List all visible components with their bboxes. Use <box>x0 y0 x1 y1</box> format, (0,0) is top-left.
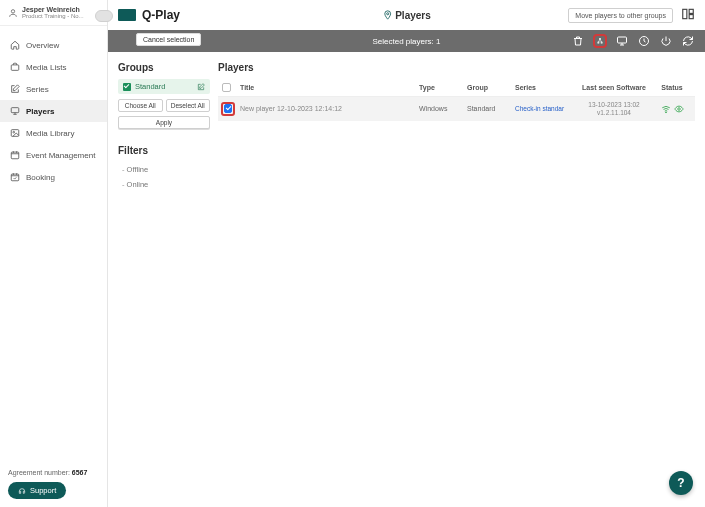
sidebar-item-label: Booking <box>26 173 55 182</box>
calendar-check-icon <box>10 172 20 182</box>
power-button[interactable] <box>659 34 673 48</box>
sidebar-item-label: Media Library <box>26 129 74 138</box>
row-series-link[interactable]: Check-in standar <box>515 105 564 112</box>
wifi-icon <box>661 104 671 114</box>
clock-icon <box>638 35 650 47</box>
sidebar-item-label: Event Management <box>26 151 95 160</box>
top-actions: Move players to other groups <box>568 7 695 23</box>
headset-icon <box>18 487 26 495</box>
row-last-seen-date: 13-10-2023 13:02 <box>575 101 653 109</box>
row-title: New player 12-10-2023 12:14:12 <box>240 105 419 112</box>
topbar: Q-Play Players Move players to other gro… <box>108 0 705 30</box>
app-root: Jesper Weinreich Product Training - No..… <box>0 0 705 507</box>
svg-point-16 <box>665 112 666 113</box>
col-last-seen: Last seen Software <box>575 84 653 91</box>
selected-count: Selected players: 1 <box>372 37 440 46</box>
svg-rect-5 <box>11 152 19 159</box>
selection-toolbar: Cancel selection Selected players: 1 <box>108 30 705 52</box>
players-panel: Players Title Type Group Series Last see… <box>218 62 695 192</box>
sidebar-item-media-lists[interactable]: Media Lists <box>0 56 107 78</box>
row-checkbox[interactable] <box>224 104 232 113</box>
help-fab[interactable]: ? <box>669 471 693 495</box>
svg-rect-2 <box>11 108 19 113</box>
svg-point-4 <box>13 131 15 133</box>
table-row[interactable]: New player 12-10-2023 12:14:12 Windows S… <box>218 97 695 121</box>
col-status: Status <box>653 84 691 91</box>
svg-rect-6 <box>11 174 19 181</box>
col-series: Series <box>515 84 575 91</box>
layout-toggle[interactable] <box>681 7 695 23</box>
left-column: Groups Standard Choose All Deselect All … <box>118 62 210 192</box>
filter-online[interactable]: Online <box>118 177 210 192</box>
pin-icon <box>382 10 392 20</box>
sidebar-item-event-management[interactable]: Event Management <box>0 144 107 166</box>
cancel-selection-button[interactable]: Cancel selection <box>136 33 201 46</box>
user-box[interactable]: Jesper Weinreich Product Training - No..… <box>0 0 107 26</box>
svg-point-17 <box>677 108 680 111</box>
page-title-text: Players <box>395 10 431 21</box>
support-label: Support <box>30 486 56 495</box>
briefcase-icon <box>10 62 20 72</box>
groups-title: Groups <box>118 62 210 73</box>
assign-screen-button[interactable] <box>615 34 629 48</box>
group-buttons: Choose All Deselect All <box>118 99 210 112</box>
group-label: Standard <box>135 82 165 91</box>
user-subtitle: Product Training - No... <box>22 13 84 19</box>
svg-point-7 <box>386 13 388 15</box>
schedule-button[interactable] <box>637 34 651 48</box>
refresh-button[interactable] <box>681 34 695 48</box>
agreement-number: 6567 <box>72 469 88 476</box>
row-checkbox-highlight <box>221 102 235 116</box>
sidebar-item-players[interactable]: Players <box>0 100 107 122</box>
row-type: Windows <box>419 105 467 112</box>
monitor-icon <box>10 106 20 116</box>
sidebar-item-media-library[interactable]: Media Library <box>0 122 107 144</box>
sidebar-item-booking[interactable]: Booking <box>0 166 107 188</box>
svg-point-0 <box>11 9 14 12</box>
refresh-icon <box>682 35 694 47</box>
col-group: Group <box>467 84 515 91</box>
row-series: Check-in standar <box>515 105 575 112</box>
edit-group-icon[interactable] <box>197 83 205 91</box>
row-group: Standard <box>467 105 515 112</box>
sidebar-item-series[interactable]: Series <box>0 78 107 100</box>
filter-offline[interactable]: Offline <box>118 162 210 177</box>
svg-rect-13 <box>601 42 602 43</box>
image-icon <box>10 128 20 138</box>
select-all-checkbox[interactable] <box>222 83 231 92</box>
sidebar-item-overview[interactable]: Overview <box>0 34 107 56</box>
edit-icon <box>10 84 20 94</box>
deselect-all-button[interactable]: Deselect All <box>166 99 211 112</box>
agreement-label: Agreement number: <box>8 469 70 476</box>
layout-grid-icon <box>681 7 695 21</box>
players-table-head: Title Type Group Series Last seen Softwa… <box>218 79 695 97</box>
choose-all-button[interactable]: Choose All <box>118 99 163 112</box>
players-title: Players <box>218 62 695 73</box>
filters-panel: Filters Offline Online <box>118 145 210 192</box>
sidebar-item-label: Overview <box>26 41 59 50</box>
delete-button[interactable] <box>571 34 585 48</box>
toolbar-icons <box>571 34 695 48</box>
help-label: ? <box>677 476 684 490</box>
move-to-group-button[interactable] <box>593 34 607 48</box>
group-checkbox[interactable] <box>123 83 131 91</box>
row-last-seen: 13-10-2023 13:02 v1.2.11.104 <box>575 101 653 117</box>
sitemap-icon <box>597 35 603 47</box>
col-title: Title <box>240 84 419 91</box>
move-players-button[interactable]: Move players to other groups <box>568 8 673 23</box>
svg-rect-12 <box>598 42 599 43</box>
calendar-icon <box>10 150 20 160</box>
col-type: Type <box>419 84 467 91</box>
main: Q-Play Players Move players to other gro… <box>108 0 705 507</box>
brand: Q-Play <box>118 8 180 22</box>
eye-icon <box>674 104 684 114</box>
brand-mark <box>118 9 136 21</box>
players-table: Title Type Group Series Last seen Softwa… <box>218 79 695 121</box>
support-button[interactable]: Support <box>8 482 66 499</box>
brand-name: Q-Play <box>142 8 180 22</box>
user-texts: Jesper Weinreich Product Training - No..… <box>22 6 84 19</box>
sidebar: Jesper Weinreich Product Training - No..… <box>0 0 108 507</box>
group-row[interactable]: Standard <box>118 79 210 94</box>
apply-button[interactable]: Apply <box>118 116 210 129</box>
svg-rect-11 <box>599 39 601 40</box>
